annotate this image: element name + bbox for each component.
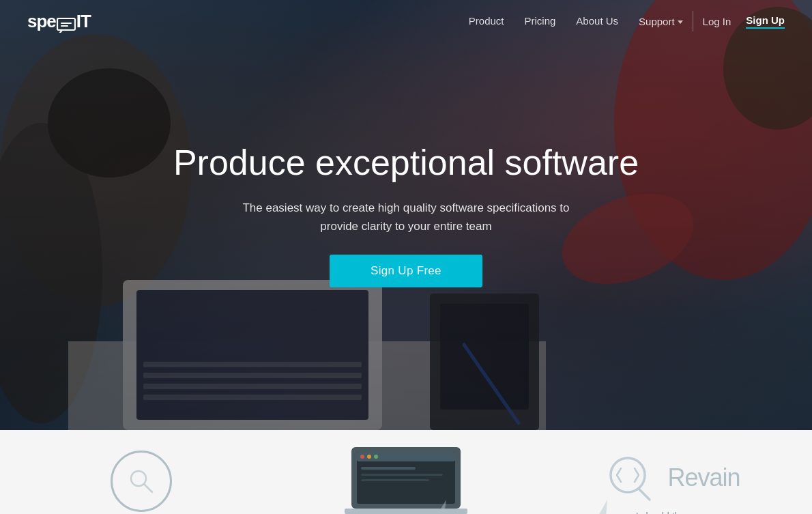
logo-icon — [57, 14, 76, 29]
nav-pricing-link[interactable]: Pricing — [525, 15, 556, 27]
svg-rect-16 — [143, 395, 362, 400]
below-left-content: You should also review — [27, 444, 255, 514]
left-feature-icon-circle — [111, 451, 172, 512]
svg-marker-35 — [594, 500, 615, 514]
svg-point-4 — [0, 34, 191, 307]
logo-text-before: spe — [27, 11, 56, 32]
svg-rect-13 — [143, 362, 362, 367]
svg-line-34 — [639, 489, 650, 500]
below-right-content: Revain I should the user — [557, 444, 785, 514]
svg-point-5 — [0, 123, 102, 423]
logo-text-after: IT — [76, 11, 91, 32]
svg-rect-29 — [361, 474, 443, 476]
svg-line-21 — [144, 484, 152, 492]
below-center-content — [274, 444, 539, 514]
lightning-icon — [587, 498, 621, 514]
signup-free-button[interactable]: Sign Up Free — [330, 255, 482, 287]
svg-rect-10 — [68, 341, 546, 430]
nav-about-link[interactable]: About Us — [576, 15, 618, 27]
revain-q-icon — [602, 451, 656, 505]
svg-point-33 — [611, 458, 645, 492]
hero-title: Produce exceptional software — [173, 143, 639, 184]
hero-subtitle: The easiest way to create high quality s… — [242, 199, 569, 235]
below-hero-section: You should also review — [0, 430, 812, 514]
center-lightning-icon — [423, 498, 461, 514]
svg-rect-28 — [361, 467, 416, 470]
nav-support-link[interactable]: Support — [639, 16, 683, 27]
svg-rect-14 — [143, 373, 362, 378]
svg-rect-17 — [430, 294, 539, 430]
hero-content: Produce exceptional software The easiest… — [173, 143, 639, 287]
logo[interactable]: spe IT — [27, 11, 91, 32]
svg-point-6 — [48, 68, 171, 177]
revain-label-text: Revain — [667, 463, 740, 492]
svg-point-27 — [374, 455, 378, 459]
svg-rect-0 — [57, 18, 75, 30]
svg-point-26 — [367, 455, 371, 459]
nav-signup-link[interactable]: Sign Up — [746, 14, 785, 29]
below-right-title: I should the user — [636, 511, 707, 514]
svg-rect-30 — [361, 479, 429, 481]
svg-point-25 — [360, 455, 364, 459]
nav-product-link[interactable]: Product — [469, 15, 504, 27]
svg-rect-24 — [357, 452, 455, 461]
svg-marker-36 — [430, 500, 456, 514]
svg-rect-12 — [136, 290, 368, 420]
svg-rect-15 — [143, 384, 362, 389]
svg-rect-18 — [440, 304, 529, 410]
hero-section: Produce exceptional software The easiest… — [0, 0, 812, 430]
svg-line-19 — [464, 345, 519, 423]
svg-rect-11 — [123, 280, 382, 430]
nav-divider — [693, 11, 693, 31]
navbar: spe IT Product Pricing About Us Support — [0, 0, 812, 42]
support-chevron-icon — [678, 20, 683, 24]
nav-login-link[interactable]: Log In — [703, 16, 731, 27]
nav-links: Product Pricing About Us Support — [469, 15, 683, 27]
revain-logo-section: Revain — [602, 451, 740, 505]
